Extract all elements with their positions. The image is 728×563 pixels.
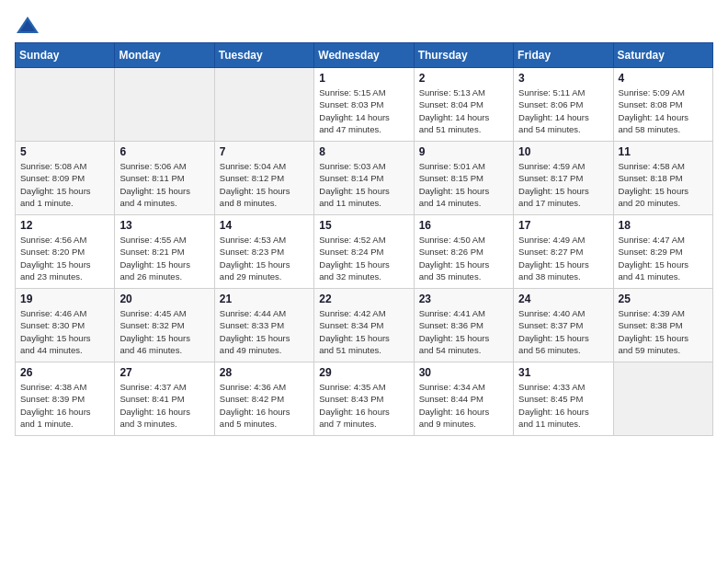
day-number: 29 (319, 366, 408, 379)
day-number: 14 (220, 219, 309, 232)
day-info: Sunrise: 4:42 AM Sunset: 8:34 PM Dayligh… (319, 307, 408, 356)
day-number: 15 (319, 219, 408, 232)
calendar-cell: 11Sunrise: 4:58 AM Sunset: 8:18 PM Dayli… (613, 142, 712, 215)
calendar-cell: 21Sunrise: 4:44 AM Sunset: 8:33 PM Dayli… (214, 289, 313, 362)
calendar-week-5: 26Sunrise: 4:38 AM Sunset: 8:39 PM Dayli… (16, 362, 713, 436)
day-info: Sunrise: 4:40 AM Sunset: 8:37 PM Dayligh… (518, 307, 608, 356)
calendar-cell: 8Sunrise: 5:03 AM Sunset: 8:14 PM Daylig… (314, 142, 414, 215)
day-number: 25 (619, 293, 708, 305)
calendar-cell: 12Sunrise: 4:56 AM Sunset: 8:20 PM Dayli… (16, 215, 115, 289)
day-header-wednesday: Wednesday (314, 43, 414, 68)
day-info: Sunrise: 4:47 AM Sunset: 8:29 PM Dayligh… (619, 234, 708, 282)
day-number: 7 (220, 145, 309, 158)
day-header-friday: Friday (514, 43, 613, 68)
day-info: Sunrise: 4:37 AM Sunset: 8:41 PM Dayligh… (119, 381, 209, 430)
day-header-saturday: Saturday (613, 43, 712, 68)
calendar-cell (214, 68, 313, 142)
day-info: Sunrise: 4:46 AM Sunset: 8:30 PM Dayligh… (20, 307, 109, 356)
calendar-cell: 18Sunrise: 4:47 AM Sunset: 8:29 PM Dayli… (613, 215, 712, 289)
day-info: Sunrise: 4:49 AM Sunset: 8:27 PM Dayligh… (518, 234, 608, 282)
calendar-cell (613, 362, 712, 436)
day-header-sunday: Sunday (16, 43, 115, 68)
day-info: Sunrise: 4:55 AM Sunset: 8:21 PM Dayligh… (119, 234, 209, 282)
day-number: 13 (119, 219, 209, 232)
calendar-cell: 26Sunrise: 4:38 AM Sunset: 8:39 PM Dayli… (16, 362, 115, 436)
day-number: 17 (518, 219, 608, 232)
day-header-monday: Monday (115, 43, 214, 68)
day-info: Sunrise: 4:56 AM Sunset: 8:20 PM Dayligh… (20, 234, 109, 282)
day-number: 2 (419, 72, 508, 85)
day-info: Sunrise: 5:13 AM Sunset: 8:04 PM Dayligh… (419, 86, 508, 135)
day-info: Sunrise: 5:03 AM Sunset: 8:14 PM Dayligh… (319, 160, 408, 209)
day-number: 16 (419, 219, 508, 232)
calendar-cell: 25Sunrise: 4:39 AM Sunset: 8:38 PM Dayli… (613, 289, 712, 362)
day-info: Sunrise: 5:08 AM Sunset: 8:09 PM Dayligh… (20, 160, 109, 209)
calendar-cell: 30Sunrise: 4:34 AM Sunset: 8:44 PM Dayli… (414, 362, 513, 436)
calendar-cell: 15Sunrise: 4:52 AM Sunset: 8:24 PM Dayli… (314, 215, 414, 289)
day-number: 26 (20, 366, 109, 379)
header-row: SundayMondayTuesdayWednesdayThursdayFrid… (16, 43, 713, 68)
calendar-cell: 3Sunrise: 5:11 AM Sunset: 8:06 PM Daylig… (514, 68, 613, 142)
day-number: 20 (119, 293, 209, 305)
day-info: Sunrise: 4:45 AM Sunset: 8:32 PM Dayligh… (119, 307, 209, 356)
calendar-cell: 7Sunrise: 5:04 AM Sunset: 8:12 PM Daylig… (214, 142, 313, 215)
day-info: Sunrise: 4:44 AM Sunset: 8:33 PM Dayligh… (220, 307, 309, 356)
calendar-table: SundayMondayTuesdayWednesdayThursdayFrid… (15, 42, 713, 436)
calendar-cell: 24Sunrise: 4:40 AM Sunset: 8:37 PM Dayli… (514, 289, 613, 362)
day-number: 8 (319, 145, 408, 158)
calendar-cell: 28Sunrise: 4:36 AM Sunset: 8:42 PM Dayli… (214, 362, 313, 436)
calendar-week-1: 1Sunrise: 5:15 AM Sunset: 8:03 PM Daylig… (16, 68, 713, 142)
logo-icon (15, 15, 40, 35)
day-info: Sunrise: 4:59 AM Sunset: 8:17 PM Dayligh… (518, 160, 608, 209)
day-number: 10 (518, 145, 608, 158)
day-info: Sunrise: 4:34 AM Sunset: 8:44 PM Dayligh… (419, 381, 508, 430)
day-info: Sunrise: 4:36 AM Sunset: 8:42 PM Dayligh… (220, 381, 309, 430)
calendar-cell: 6Sunrise: 5:06 AM Sunset: 8:11 PM Daylig… (115, 142, 214, 215)
calendar-cell: 13Sunrise: 4:55 AM Sunset: 8:21 PM Dayli… (115, 215, 214, 289)
day-info: Sunrise: 5:09 AM Sunset: 8:08 PM Dayligh… (619, 86, 708, 135)
day-number: 22 (319, 293, 408, 305)
calendar-cell (16, 68, 115, 142)
day-info: Sunrise: 4:39 AM Sunset: 8:38 PM Dayligh… (619, 307, 708, 356)
calendar-cell: 5Sunrise: 5:08 AM Sunset: 8:09 PM Daylig… (16, 142, 115, 215)
calendar-cell: 14Sunrise: 4:53 AM Sunset: 8:23 PM Dayli… (214, 215, 313, 289)
day-number: 31 (518, 366, 608, 379)
day-number: 21 (220, 293, 309, 305)
day-number: 18 (619, 219, 708, 232)
day-info: Sunrise: 5:11 AM Sunset: 8:06 PM Dayligh… (518, 86, 608, 135)
calendar-cell (115, 68, 214, 142)
day-number: 11 (619, 145, 708, 158)
calendar-week-3: 12Sunrise: 4:56 AM Sunset: 8:20 PM Dayli… (16, 215, 713, 289)
calendar-cell: 27Sunrise: 4:37 AM Sunset: 8:41 PM Dayli… (115, 362, 214, 436)
calendar-cell: 10Sunrise: 4:59 AM Sunset: 8:17 PM Dayli… (514, 142, 613, 215)
day-info: Sunrise: 4:52 AM Sunset: 8:24 PM Dayligh… (319, 234, 408, 282)
day-number: 12 (20, 219, 109, 232)
day-number: 28 (220, 366, 309, 379)
calendar-cell: 20Sunrise: 4:45 AM Sunset: 8:32 PM Dayli… (115, 289, 214, 362)
day-info: Sunrise: 4:35 AM Sunset: 8:43 PM Dayligh… (319, 381, 408, 430)
day-number: 19 (20, 293, 109, 305)
calendar-cell: 16Sunrise: 4:50 AM Sunset: 8:26 PM Dayli… (414, 215, 513, 289)
calendar-cell: 23Sunrise: 4:41 AM Sunset: 8:36 PM Dayli… (414, 289, 513, 362)
day-info: Sunrise: 5:15 AM Sunset: 8:03 PM Dayligh… (319, 86, 408, 135)
day-number: 6 (119, 145, 209, 158)
calendar-cell: 29Sunrise: 4:35 AM Sunset: 8:43 PM Dayli… (314, 362, 414, 436)
day-header-tuesday: Tuesday (214, 43, 313, 68)
calendar-cell: 1Sunrise: 5:15 AM Sunset: 8:03 PM Daylig… (314, 68, 414, 142)
logo (15, 15, 44, 35)
day-info: Sunrise: 5:01 AM Sunset: 8:15 PM Dayligh… (419, 160, 508, 209)
day-number: 24 (518, 293, 608, 305)
day-number: 5 (20, 145, 109, 158)
calendar-cell: 17Sunrise: 4:49 AM Sunset: 8:27 PM Dayli… (514, 215, 613, 289)
day-info: Sunrise: 4:33 AM Sunset: 8:45 PM Dayligh… (518, 381, 608, 430)
day-number: 23 (419, 293, 508, 305)
day-info: Sunrise: 4:53 AM Sunset: 8:23 PM Dayligh… (220, 234, 309, 282)
day-number: 27 (119, 366, 209, 379)
calendar-cell: 19Sunrise: 4:46 AM Sunset: 8:30 PM Dayli… (16, 289, 115, 362)
calendar-week-4: 19Sunrise: 4:46 AM Sunset: 8:30 PM Dayli… (16, 289, 713, 362)
day-number: 1 (319, 72, 408, 85)
calendar-cell: 22Sunrise: 4:42 AM Sunset: 8:34 PM Dayli… (314, 289, 414, 362)
day-info: Sunrise: 4:41 AM Sunset: 8:36 PM Dayligh… (419, 307, 508, 356)
calendar-header: SundayMondayTuesdayWednesdayThursdayFrid… (16, 43, 713, 68)
day-info: Sunrise: 4:38 AM Sunset: 8:39 PM Dayligh… (20, 381, 109, 430)
